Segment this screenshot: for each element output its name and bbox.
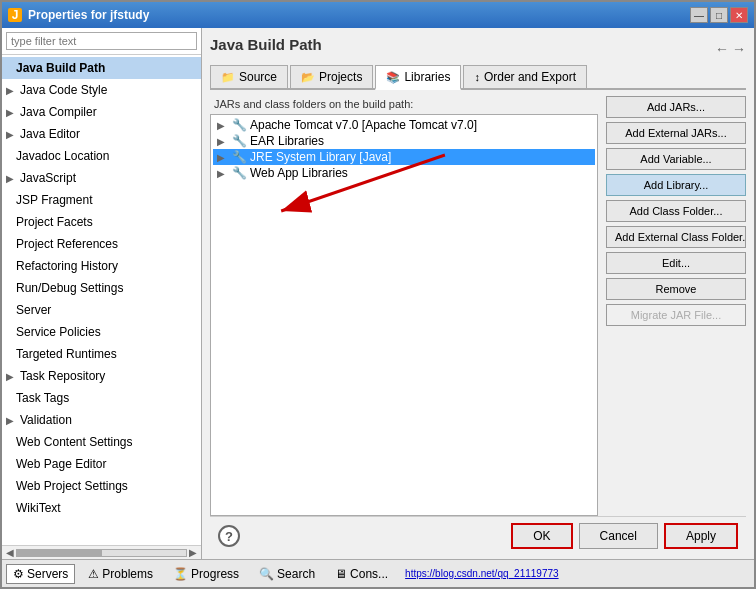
taskbar-item-servers[interactable]: ⚙ Servers xyxy=(6,564,75,584)
main-content: Java Build Path ▶ Java Code Style ▶ Java… xyxy=(2,28,754,559)
sidebar-item-wikitext[interactable]: WikiText xyxy=(2,497,201,519)
add-library-button[interactable]: Add Library... xyxy=(606,174,746,196)
remove-button[interactable]: Remove xyxy=(606,278,746,300)
sidebar-label: Java Build Path xyxy=(16,59,105,77)
sidebar-item-java-editor[interactable]: ▶ Java Editor xyxy=(2,123,201,145)
sidebar-item-java-build-path[interactable]: Java Build Path xyxy=(2,57,201,79)
taskbar-item-problems[interactable]: ⚠ Problems xyxy=(81,564,160,584)
panel-title: Java Build Path xyxy=(210,36,322,53)
tree-item-apache-tomcat[interactable]: ▶ 🔧 Apache Tomcat v7.0 [Apache Tomcat v7… xyxy=(213,117,595,133)
edit-button[interactable]: Edit... xyxy=(606,252,746,274)
title-bar-left: J Properties for jfstudy xyxy=(8,8,149,22)
library-icon: 🔧 xyxy=(232,166,247,180)
problems-icon: ⚠ xyxy=(88,567,99,581)
expand-icon: ▶ xyxy=(217,152,229,163)
taskbar-item-progress[interactable]: ⏳ Progress xyxy=(166,564,246,584)
add-external-jars-button[interactable]: Add External JARs... xyxy=(606,122,746,144)
minimize-button[interactable]: — xyxy=(690,7,708,23)
nav-arrows: ← → xyxy=(715,41,746,57)
sidebar-item-javadoc-location[interactable]: Javadoc Location xyxy=(2,145,201,167)
url-link[interactable]: https://blog.csdn.net/qq_21119773 xyxy=(405,568,558,579)
sidebar-item-task-tags[interactable]: Task Tags xyxy=(2,387,201,409)
search-icon: 🔍 xyxy=(259,567,274,581)
cancel-button[interactable]: Cancel xyxy=(579,523,658,549)
forward-arrow-icon[interactable]: → xyxy=(732,41,746,57)
sidebar-label: Validation xyxy=(20,411,72,429)
sidebar-item-javascript[interactable]: ▶ JavaScript xyxy=(2,167,201,189)
expand-arrow-icon: ▶ xyxy=(6,127,14,142)
tab-label: Source xyxy=(239,70,277,84)
sidebar-label: Web Page Editor xyxy=(16,455,107,473)
help-button[interactable]: ? xyxy=(218,525,240,547)
taskbar-label: Search xyxy=(277,567,315,581)
sidebar-label: Task Tags xyxy=(16,389,69,407)
sidebar-label: Server xyxy=(16,301,51,319)
library-icon: 🔧 xyxy=(232,150,247,164)
taskbar-item-search[interactable]: 🔍 Search xyxy=(252,564,322,584)
tab-projects[interactable]: 📂 Projects xyxy=(290,65,373,88)
tree-item-jre-system-library[interactable]: ▶ 🔧 JRE System Library [Java] xyxy=(213,149,595,165)
sidebar-item-web-page-editor[interactable]: Web Page Editor xyxy=(2,453,201,475)
scroll-right-btn[interactable]: ▶ xyxy=(189,547,197,558)
sidebar-label: Run/Debug Settings xyxy=(16,279,123,297)
sidebar-item-project-references[interactable]: Project References xyxy=(2,233,201,255)
tab-label: Libraries xyxy=(404,70,450,84)
tree-item-web-app-libraries[interactable]: ▶ 🔧 Web App Libraries xyxy=(213,165,595,181)
tab-source[interactable]: 📁 Source xyxy=(210,65,288,88)
tab-libraries[interactable]: 📚 Libraries xyxy=(375,65,461,90)
sidebar-item-service-policies[interactable]: Service Policies xyxy=(2,321,201,343)
sidebar-item-java-compiler[interactable]: ▶ Java Compiler xyxy=(2,101,201,123)
maximize-button[interactable]: □ xyxy=(710,7,728,23)
progress-icon: ⏳ xyxy=(173,567,188,581)
sidebar-item-refactoring-history[interactable]: Refactoring History xyxy=(2,255,201,277)
close-button[interactable]: ✕ xyxy=(730,7,748,23)
panel-header: Java Build Path ← → xyxy=(210,36,746,61)
sidebar-item-web-content-settings[interactable]: Web Content Settings xyxy=(2,431,201,453)
properties-window: J Properties for jfstudy — □ ✕ Java Buil… xyxy=(0,0,756,589)
sidebar-item-run-debug-settings[interactable]: Run/Debug Settings xyxy=(2,277,201,299)
tree-item-label: Web App Libraries xyxy=(250,166,591,180)
sidebar-item-validation[interactable]: ▶ Validation xyxy=(2,409,201,431)
back-arrow-icon[interactable]: ← xyxy=(715,41,729,57)
add-variable-button[interactable]: Add Variable... xyxy=(606,148,746,170)
projects-tab-icon: 📂 xyxy=(301,71,315,84)
expand-arrow-icon: ▶ xyxy=(6,83,14,98)
sidebar-list[interactable]: Java Build Path ▶ Java Code Style ▶ Java… xyxy=(2,55,201,545)
buttons-panel: Add JARs... Add External JARs... Add Var… xyxy=(606,96,746,516)
taskbar: ⚙ Servers ⚠ Problems ⏳ Progress 🔍 Search… xyxy=(2,559,754,587)
sidebar-label: Web Content Settings xyxy=(16,433,133,451)
sidebar-item-targeted-runtimes[interactable]: Targeted Runtimes xyxy=(2,343,201,365)
tree-item-ear-libraries[interactable]: ▶ 🔧 EAR Libraries xyxy=(213,133,595,149)
add-external-class-folder-button[interactable]: Add External Class Folder... xyxy=(606,226,746,248)
taskbar-item-console[interactable]: 🖥 Cons... xyxy=(328,564,395,584)
sidebar-item-jsp-fragment[interactable]: JSP Fragment xyxy=(2,189,201,211)
tab-bar: 📁 Source 📂 Projects 📚 Libraries ↕ Order … xyxy=(210,65,746,90)
expand-arrow-icon: ▶ xyxy=(6,369,14,384)
ok-button[interactable]: OK xyxy=(511,523,572,549)
filter-input[interactable] xyxy=(6,32,197,50)
sidebar: Java Build Path ▶ Java Code Style ▶ Java… xyxy=(2,28,202,559)
sidebar-item-project-facets[interactable]: Project Facets xyxy=(2,211,201,233)
title-controls: — □ ✕ xyxy=(690,7,748,23)
sidebar-label: Project Facets xyxy=(16,213,93,231)
expand-arrow-icon: ▶ xyxy=(6,413,14,428)
add-class-folder-button[interactable]: Add Class Folder... xyxy=(606,200,746,222)
library-icon: 🔧 xyxy=(232,118,247,132)
build-path-description: JARs and class folders on the build path… xyxy=(210,96,598,114)
tab-order-and-export[interactable]: ↕ Order and Export xyxy=(463,65,587,88)
sidebar-item-web-project-settings[interactable]: Web Project Settings xyxy=(2,475,201,497)
sidebar-item-server[interactable]: Server xyxy=(2,299,201,321)
scroll-left-btn[interactable]: ◀ xyxy=(6,547,14,558)
expand-icon: ▶ xyxy=(217,136,229,147)
servers-icon: ⚙ xyxy=(13,567,24,581)
taskbar-label: Servers xyxy=(27,567,68,581)
migrate-jar-button[interactable]: Migrate JAR File... xyxy=(606,304,746,326)
sidebar-label: Project References xyxy=(16,235,118,253)
sidebar-item-java-code-style[interactable]: ▶ Java Code Style xyxy=(2,79,201,101)
sidebar-item-task-repository[interactable]: ▶ Task Repository xyxy=(2,365,201,387)
taskbar-label: Problems xyxy=(102,567,153,581)
build-path-list[interactable]: ▶ 🔧 Apache Tomcat v7.0 [Apache Tomcat v7… xyxy=(210,114,598,516)
expand-icon: ▶ xyxy=(217,168,229,179)
apply-button[interactable]: Apply xyxy=(664,523,738,549)
add-jars-button[interactable]: Add JARs... xyxy=(606,96,746,118)
